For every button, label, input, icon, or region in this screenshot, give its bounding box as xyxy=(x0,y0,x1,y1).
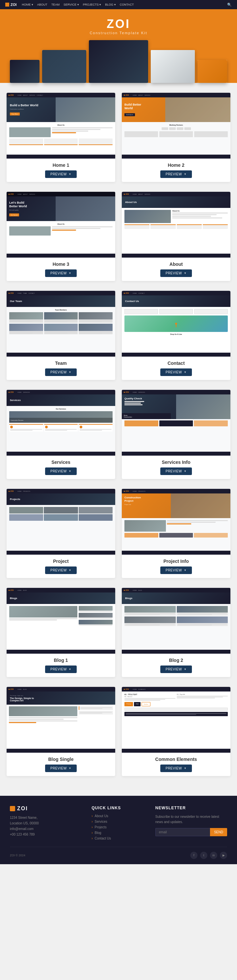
footer-link-blog[interactable]: Blog xyxy=(92,831,145,835)
home1-preview-btn[interactable]: PREVIEW ▼ xyxy=(45,170,77,178)
template-card-project: ■ ZOI HOME PROJECTS Projects xyxy=(6,489,115,578)
blog2-preview-btn[interactable]: PREVIEW ▼ xyxy=(160,665,192,673)
footer-social: f t in ▶ xyxy=(190,852,227,859)
footer-link-contact[interactable]: Contact Us xyxy=(92,837,145,840)
newsletter-btn[interactable]: SEND xyxy=(210,828,227,836)
hero-screenshots xyxy=(6,40,231,83)
social-twitter[interactable]: t xyxy=(200,852,207,859)
footer-newsletter-title: Newsletter xyxy=(155,806,227,810)
nav-search[interactable]: 🔍 xyxy=(227,3,232,7)
services-title: Services xyxy=(12,460,110,465)
blog-single-title: Blog Single xyxy=(12,757,110,762)
footer-link-services[interactable]: Services xyxy=(92,820,145,823)
blog2-title: Blog 2 xyxy=(127,658,225,663)
home1-title: Home 1 xyxy=(12,162,110,168)
footer-logo-text: ZOI xyxy=(17,806,28,811)
template-card-contact: ■ ZOI HOME CONTACT Contact Us xyxy=(122,291,231,380)
template-card-blog2: ■ ZOI HOME BLOG Blogs xyxy=(122,588,231,677)
nav-item-home[interactable]: HOME ▾ xyxy=(22,3,33,6)
logo-icon xyxy=(5,3,9,6)
footer-copyright: ZOI © 2024 xyxy=(10,854,25,857)
footer-col-brand: ZOI 1234 Street Name, Location US, 00000… xyxy=(10,806,82,840)
hero-screenshot-2 xyxy=(42,50,87,83)
template-card-about: ■ ZOI HOME ABOUT SERVICE About Us xyxy=(122,192,231,281)
template-row-5: ■ ZOI HOME PROJECTS Projects xyxy=(6,489,231,578)
common-preview-btn[interactable]: PREVIEW ▼ xyxy=(160,765,192,772)
template-row-6: ■ ZOI HOME BLOG Blogs xyxy=(6,588,231,677)
nav-item-service[interactable]: SERVICE ▾ xyxy=(64,3,79,6)
logo-text: ZOI xyxy=(11,3,16,6)
blog-single-preview-btn[interactable]: PREVIEW ▼ xyxy=(45,765,77,772)
template-card-project-info: ■ ZOI HOME PROJECTS Construc xyxy=(122,489,231,578)
footer-link-projects[interactable]: Projects xyxy=(92,826,145,829)
team-title: Team xyxy=(12,361,110,366)
footer-newsletter-text: Subscribe to our newsletter to receive l… xyxy=(155,814,227,825)
nav-links: HOME ▾ ABOUT TEAM SERVICE ▾ PROJECTS ▾ B… xyxy=(22,3,134,6)
template-card-blog1: ■ ZOI HOME BLOG Blogs xyxy=(6,588,115,677)
nav-item-projects[interactable]: PROJECTS ▾ xyxy=(83,3,102,6)
footer-col-links: Quick Links About Us Services Projects B… xyxy=(92,806,145,840)
project-preview-btn[interactable]: PREVIEW ▼ xyxy=(45,566,77,574)
services-info-title: Services Info xyxy=(127,460,225,465)
about-preview-btn[interactable]: PREVIEW ▼ xyxy=(160,269,192,277)
nav-logo[interactable]: ZOI xyxy=(5,3,16,6)
footer-address: 1234 Street Name, Location US, 00000 inf… xyxy=(10,815,82,837)
nav-item-contact[interactable]: CONTACT xyxy=(120,3,134,6)
template-card-home3: ■ ZOI HOME ABOUT SERVICE Let' xyxy=(6,192,115,281)
social-facebook[interactable]: f xyxy=(190,852,197,859)
blog1-title: Blog 1 xyxy=(12,658,110,663)
common-title: Common Elements xyxy=(127,757,225,762)
project-info-title: Project Info xyxy=(127,558,225,564)
newsletter-input[interactable] xyxy=(155,828,210,836)
social-linkedin[interactable]: in xyxy=(210,852,217,859)
hero-screenshot-4 xyxy=(151,50,195,83)
services-preview-btn[interactable]: PREVIEW ▼ xyxy=(45,468,77,475)
home3-preview-btn[interactable]: PREVIEW ▼ xyxy=(45,269,77,277)
template-card-home1: ■ ZOI HOME ABOUT SERVICE CONTACT xyxy=(6,93,115,182)
project-title: Project xyxy=(12,558,110,564)
template-row-2: ■ ZOI HOME ABOUT SERVICE Let' xyxy=(6,192,231,281)
hero-section: ZOI Construction Template Kit xyxy=(0,9,237,83)
home2-title: Home 2 xyxy=(127,162,225,168)
template-row-4: ■ ZOI HOME SERVICES Services Our Serv xyxy=(6,390,231,479)
site-footer: ZOI 1234 Street Name, Location US, 00000… xyxy=(0,796,237,864)
hero-screenshot-5 xyxy=(197,60,227,83)
hero-subtitle: Construction Template Kit xyxy=(6,31,231,35)
top-nav: ZOI HOME ▾ ABOUT TEAM SERVICE ▾ PROJECTS… xyxy=(0,0,237,9)
home3-title: Home 3 xyxy=(12,261,110,267)
footer-col-newsletter: Newsletter Subscribe to our newsletter t… xyxy=(155,806,227,840)
social-youtube[interactable]: ▶ xyxy=(220,852,227,859)
project-info-preview-btn[interactable]: PREVIEW ▼ xyxy=(160,566,192,574)
footer-quick-links-title: Quick Links xyxy=(92,806,145,810)
template-card-common: ■ ZOI HOME ELEMENTS H1 - TITLE TEXT H2 -… xyxy=(122,687,231,776)
template-row-7: ■ ZOI HOME BLOG The Design, Style and...… xyxy=(6,687,231,776)
template-row-1: ■ ZOI HOME ABOUT SERVICE CONTACT xyxy=(6,93,231,182)
blog1-preview-btn[interactable]: PREVIEW ▼ xyxy=(45,665,77,673)
footer-logo-icon xyxy=(10,806,15,811)
footer-link-about[interactable]: About Us xyxy=(92,814,145,818)
contact-title: Contact xyxy=(127,361,225,366)
about-title: About xyxy=(127,261,225,267)
team-preview-btn[interactable]: PREVIEW ▼ xyxy=(45,368,77,376)
template-card-home2: ■ ZOI HOME ABOUT SERVICE xyxy=(122,93,231,182)
hero-screenshot-3 xyxy=(89,40,148,83)
main-content: ■ ZOI HOME ABOUT SERVICE CONTACT xyxy=(0,83,237,796)
nav-item-team[interactable]: TEAM xyxy=(51,3,60,6)
contact-preview-btn[interactable]: PREVIEW ▼ xyxy=(160,368,192,376)
template-row-3: ■ ZOI HOME TEAM CONTACT Our Team xyxy=(6,291,231,380)
template-card-team: ■ ZOI HOME TEAM CONTACT Our Team xyxy=(6,291,115,380)
hero-screenshot-1 xyxy=(10,60,40,83)
hero-title: ZOI xyxy=(6,17,231,31)
home2-preview-btn[interactable]: PREVIEW ▼ xyxy=(160,170,192,178)
template-card-blog-single: ■ ZOI HOME BLOG The Design, Style and...… xyxy=(6,687,115,776)
nav-item-blog[interactable]: BLOG ▾ xyxy=(105,3,116,6)
nav-item-about[interactable]: ABOUT xyxy=(37,3,48,6)
template-card-services-info: ■ ZOI HOME SERVICES Quality Check xyxy=(122,390,231,479)
services-info-preview-btn[interactable]: PREVIEW ▼ xyxy=(160,468,192,475)
template-card-services: ■ ZOI HOME SERVICES Services Our Serv xyxy=(6,390,115,479)
